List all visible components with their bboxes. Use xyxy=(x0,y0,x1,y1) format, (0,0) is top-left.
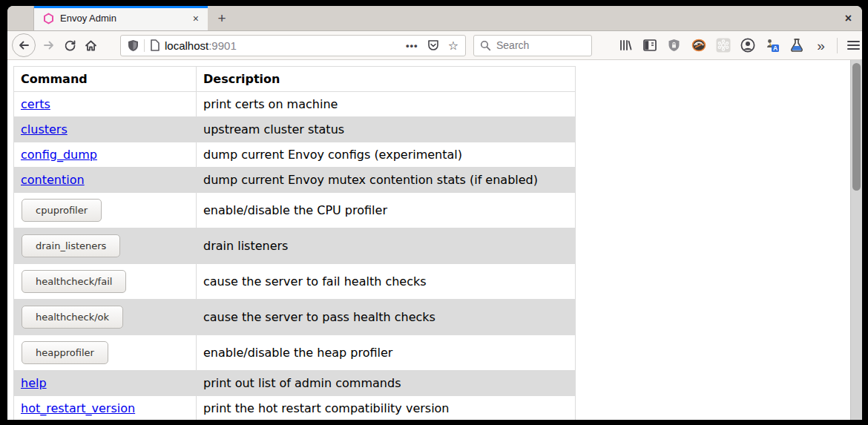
window-close-button[interactable]: × xyxy=(835,12,862,25)
command-cell: heapprofiler xyxy=(14,335,197,371)
tracking-protection-shield-icon[interactable] xyxy=(128,39,139,52)
command-cell: clusters xyxy=(14,117,197,142)
urlbar-separator xyxy=(144,39,145,52)
description-cell: enable/disable the heap profiler xyxy=(197,335,576,371)
admin-commands-table: Command Description certsprint certs on … xyxy=(13,66,576,420)
command-link[interactable]: config_dump xyxy=(21,148,97,162)
browser-window: Envoy Admin × + × xyxy=(7,6,862,420)
navigation-toolbar: localhost:9901 ••• ☆ xyxy=(7,31,862,60)
command-link[interactable]: hot_restart_version xyxy=(21,401,135,415)
command-cell: certs xyxy=(14,92,197,117)
command-cell: drain_listeners xyxy=(14,228,197,264)
scrollbar-thumb[interactable] xyxy=(852,63,861,191)
command-button[interactable]: heapprofiler xyxy=(22,341,108,364)
svg-text:A: A xyxy=(772,45,777,52)
reload-button[interactable] xyxy=(59,35,80,56)
disabled-extension-icon[interactable] xyxy=(715,38,731,53)
description-cell: dump current Envoy mutex contention stat… xyxy=(197,168,576,193)
table-row: cpuprofilerenable/disable the CPU profil… xyxy=(14,193,576,228)
table-row: config_dumpdump current Envoy configs (e… xyxy=(14,142,576,168)
flask-extension-icon[interactable] xyxy=(789,38,804,53)
envoy-admin-page: Command Description certsprint certs on … xyxy=(7,60,850,420)
page-content: Command Description certsprint certs on … xyxy=(7,60,862,420)
sidebar-icon[interactable] xyxy=(642,38,657,53)
desktop-background: { "window": { "close_glyph": "×" }, "tab… xyxy=(0,0,868,425)
back-button[interactable] xyxy=(12,33,36,57)
description-cell: upstream cluster status xyxy=(197,117,576,142)
tab-bar: Envoy Admin × + × xyxy=(7,6,862,31)
command-cell: contention xyxy=(14,168,197,193)
hamburger-menu-icon[interactable] xyxy=(846,38,861,53)
table-row: certsprint certs on machine xyxy=(14,92,576,117)
command-link[interactable]: contention xyxy=(21,173,85,187)
command-cell: healthcheck/ok xyxy=(14,300,197,335)
command-column-header: Command xyxy=(14,67,197,92)
table-row: heapprofilerenable/disable the heap prof… xyxy=(14,335,576,371)
description-cell: enable/disable the CPU profiler xyxy=(197,193,576,228)
pocket-icon[interactable] xyxy=(427,39,439,51)
url-text[interactable]: localhost:9901 xyxy=(165,39,237,52)
overflow-glyph: » xyxy=(817,39,825,53)
overflow-menu-icon[interactable]: » xyxy=(813,38,829,53)
toolbar-separator xyxy=(837,38,838,53)
command-link[interactable]: help xyxy=(21,376,47,390)
search-icon xyxy=(480,40,491,51)
new-tab-button[interactable]: + xyxy=(211,6,233,30)
titlebar-spacer xyxy=(7,6,34,30)
command-link[interactable]: certs xyxy=(21,97,50,111)
description-cell: print out list of admin commands xyxy=(197,371,576,396)
search-input[interactable] xyxy=(496,39,585,51)
page-actions-icon[interactable]: ••• xyxy=(406,40,418,51)
command-button[interactable]: healthcheck/ok xyxy=(22,306,123,329)
table-row: healthcheck/failcause the server to fail… xyxy=(14,264,576,300)
table-header-row: Command Description xyxy=(14,67,576,92)
table-row: hot_restart_versionprint the hot restart… xyxy=(14,396,576,421)
command-cell: config_dump xyxy=(14,142,197,168)
description-cell: dump current Envoy configs (experimental… xyxy=(197,142,576,168)
library-icon[interactable] xyxy=(617,38,633,53)
table-row: drain_listenersdrain listeners xyxy=(14,228,576,264)
toolbar-icons: A » xyxy=(613,38,862,53)
bookmark-star-icon[interactable]: ☆ xyxy=(448,39,458,53)
tab-title: Envoy Admin xyxy=(60,13,190,24)
account-icon[interactable] xyxy=(740,38,755,53)
command-cell: healthcheck/fail xyxy=(14,264,197,300)
url-bar[interactable]: localhost:9901 ••• ☆ xyxy=(120,35,466,56)
vertical-scrollbar[interactable] xyxy=(850,60,862,420)
tab-envoy-admin[interactable]: Envoy Admin × xyxy=(34,6,208,30)
description-cell: drain listeners xyxy=(197,228,576,264)
shield-lock-icon[interactable] xyxy=(666,38,682,53)
tab-close-button[interactable]: × xyxy=(190,13,202,24)
description-cell: cause the server to pass health checks xyxy=(197,300,576,335)
description-cell: print the hot restart compatibility vers… xyxy=(197,396,576,421)
command-button[interactable]: cpuprofiler xyxy=(22,199,102,222)
table-row: helpprint out list of admin commands xyxy=(14,371,576,396)
command-button[interactable]: drain_listeners xyxy=(22,234,120,257)
description-column-header: Description xyxy=(197,67,576,92)
table-row: contentiondump current Envoy mutex conte… xyxy=(14,168,576,193)
table-row: clustersupstream cluster status xyxy=(14,117,576,142)
command-button[interactable]: healthcheck/fail xyxy=(22,270,126,293)
description-cell: cause the server to fail health checks xyxy=(197,264,576,300)
command-cell: cpuprofiler xyxy=(14,193,197,228)
badger-extension-icon[interactable] xyxy=(691,38,706,53)
envoy-favicon-icon xyxy=(43,13,54,24)
home-button[interactable] xyxy=(80,35,101,56)
translate-extension-icon[interactable]: A xyxy=(764,38,780,53)
url-host: localhost xyxy=(165,39,208,52)
command-cell: hot_restart_version xyxy=(14,396,197,421)
command-cell: help xyxy=(14,371,197,396)
description-cell: print certs on machine xyxy=(197,92,576,117)
url-port: :9901 xyxy=(208,39,237,52)
command-table-body: certsprint certs on machineclustersupstr… xyxy=(14,92,576,421)
search-bar[interactable] xyxy=(473,35,592,56)
active-tab-indicator xyxy=(34,6,208,8)
table-row: healthcheck/okcause the server to pass h… xyxy=(14,300,576,335)
command-link[interactable]: clusters xyxy=(21,122,68,136)
page-info-icon[interactable] xyxy=(150,39,160,51)
forward-button[interactable] xyxy=(39,35,59,56)
